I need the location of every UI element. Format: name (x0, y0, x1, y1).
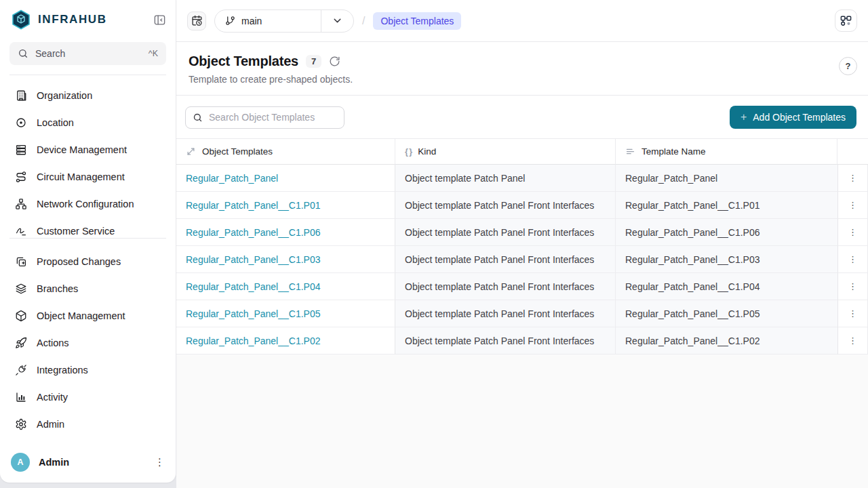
sidebar-item-device-management[interactable]: Device Management (5, 136, 170, 163)
sidebar-item-label: Proposed Changes (37, 256, 121, 267)
table-row-cell-template-name: Regular_Patch_Panel__C1.P03 (616, 246, 837, 273)
text-lines-icon (625, 146, 635, 157)
page-subtitle: Template to create pre-shaped objects. (189, 74, 856, 85)
sidebar-item-network-configuration[interactable]: Network Configuration (5, 190, 170, 218)
sidebar-item-label: Network Configuration (37, 199, 134, 209)
schema-visualizer-button[interactable] (835, 9, 857, 32)
time-travel-button[interactable] (187, 12, 206, 30)
table-row-cell-kind: Object template Patch Panel (395, 165, 616, 192)
search-icon (18, 48, 28, 59)
sidebar-item-branches[interactable]: Branches (5, 275, 170, 302)
row-actions-button[interactable]: ⋮ (848, 309, 857, 318)
object-template-link[interactable]: Regular_Patch_Panel__C1.P01 (186, 200, 320, 211)
column-header-template-name[interactable]: Template Name (616, 139, 837, 165)
page-title: Object Templates (189, 54, 298, 69)
search-shortcut: ^K (149, 49, 158, 58)
sidebar-search[interactable]: Search ^K (9, 42, 166, 65)
sidebar-item-location[interactable]: Location (5, 109, 170, 136)
row-actions-button[interactable]: ⋮ (848, 174, 857, 182)
column-header-object-templates[interactable]: Object Templates (176, 139, 395, 165)
route-icon (15, 171, 27, 183)
column-label: Object Templates (202, 146, 273, 157)
add-button-label: Add Object Templates (753, 112, 846, 123)
table-row-cell-template-name: Regular_Patch_Panel__C1.P01 (616, 192, 837, 219)
sidebar-item-label: Activity (37, 392, 68, 403)
cube-icon (15, 310, 27, 322)
refresh-button[interactable] (329, 56, 340, 67)
table-row-cell-name: Regular_Patch_Panel__C1.P01 (176, 192, 395, 219)
sidebar-item-activity[interactable]: Activity (5, 384, 170, 411)
chevron-down-icon (332, 15, 343, 26)
branch-dropdown-button[interactable] (321, 10, 353, 32)
row-actions-button[interactable]: ⋮ (848, 255, 857, 264)
object-search-wrap (185, 106, 344, 129)
infrahub-logo-icon (11, 9, 31, 30)
object-template-link[interactable]: Regular_Patch_Panel__C1.P06 (186, 227, 320, 238)
page-header: Object Templates 7 Template to create pr… (176, 42, 868, 96)
main-content: main / Object Templates Object (176, 0, 868, 488)
sidebar-item-object-management[interactable]: Object Management (5, 302, 170, 329)
object-template-link[interactable]: Regular_Patch_Panel__C1.P04 (186, 281, 320, 292)
column-header-kind[interactable]: { } Kind (395, 139, 616, 165)
column-header-actions (837, 139, 868, 165)
copy-diff-icon (15, 256, 27, 268)
column-label: Template Name (642, 146, 706, 157)
sidebar-item-label: Integrations (37, 365, 88, 375)
user-row: A Admin ⋮ (0, 445, 176, 483)
layers-icon (15, 283, 27, 295)
sidebar-item-organization[interactable]: Organization (5, 82, 170, 109)
sidebar-collapse-button[interactable] (153, 14, 166, 26)
breadcrumb-separator: / (362, 15, 365, 27)
row-actions-button[interactable]: ⋮ (848, 201, 857, 209)
sidebar-item-integrations[interactable]: Integrations (5, 357, 170, 384)
user-name: Admin (39, 457, 69, 468)
branch-selector-current[interactable]: main (215, 10, 321, 32)
network-icon (15, 198, 27, 210)
table-row-cell-kind: Object template Patch Panel Front Interf… (395, 300, 616, 327)
sidebar-item-proposed-changes[interactable]: Proposed Changes (5, 248, 170, 275)
table-row-cell-template-name: Regular_Patch_Panel__C1.P02 (616, 327, 837, 354)
location-target-icon (15, 117, 27, 129)
sidebar-item-admin[interactable]: Admin (5, 411, 170, 438)
rocket-icon (15, 337, 27, 349)
table-row-cell-template-name: Regular_Patch_Panel (616, 165, 837, 192)
object-templates-table: Object Templates { } Kind Template Name … (176, 138, 868, 354)
row-actions-button[interactable]: ⋮ (848, 228, 857, 237)
object-template-link[interactable]: Regular_Patch_Panel (186, 173, 278, 184)
sidebar-search-placeholder: Search (35, 48, 65, 59)
sidebar-item-circuit-management[interactable]: Circuit Management (5, 163, 170, 190)
help-button[interactable]: ? (839, 57, 857, 75)
table-row-cell-actions: ⋮ (837, 300, 868, 327)
gear-icon (15, 418, 27, 430)
sidebar-item-actions[interactable]: Actions (5, 329, 170, 357)
table-row-cell-actions: ⋮ (837, 192, 868, 219)
object-templates-search-input[interactable] (185, 106, 344, 129)
object-template-link[interactable]: Regular_Patch_Panel__C1.P05 (186, 308, 320, 319)
table-row-cell-name: Regular_Patch_Panel__C1.P04 (176, 273, 395, 300)
signature-pen-icon (15, 225, 27, 237)
git-branch-icon (225, 16, 235, 26)
table-row-cell-name: Regular_Patch_Panel__C1.P02 (176, 327, 395, 354)
breadcrumb-object-templates[interactable]: Object Templates (373, 12, 461, 30)
user-menu-button[interactable]: ⋮ (155, 456, 165, 468)
table-row-cell-kind: Object template Patch Panel Front Interf… (395, 192, 616, 219)
table-row-cell-actions: ⋮ (837, 165, 868, 192)
sidebar-item-label: Organization (37, 90, 92, 101)
add-object-templates-button[interactable]: + Add Object Templates (730, 106, 856, 129)
sidebar-item-customer-service[interactable]: Customer Service (5, 218, 170, 238)
table-row-cell-name: Regular_Patch_Panel__C1.P03 (176, 246, 395, 273)
object-template-link[interactable]: Regular_Patch_Panel__C1.P03 (186, 254, 320, 265)
refresh-icon (329, 56, 340, 67)
column-label: Kind (418, 146, 436, 157)
calendar-clock-icon (191, 15, 203, 26)
row-actions-button[interactable]: ⋮ (848, 282, 857, 291)
sidebar-item-label: Actions (37, 338, 69, 348)
table-row-cell-kind: Object template Patch Panel Front Interf… (395, 273, 616, 300)
sidebar-item-label: Admin (37, 419, 64, 430)
object-template-link[interactable]: Regular_Patch_Panel__C1.P02 (186, 336, 320, 346)
sidebar-item-label: Location (37, 117, 74, 128)
table-row-cell-actions: ⋮ (837, 327, 868, 354)
row-actions-button[interactable]: ⋮ (848, 336, 857, 345)
table-row-cell-template-name: Regular_Patch_Panel__C1.P04 (616, 273, 837, 300)
avatar: A (11, 453, 30, 472)
